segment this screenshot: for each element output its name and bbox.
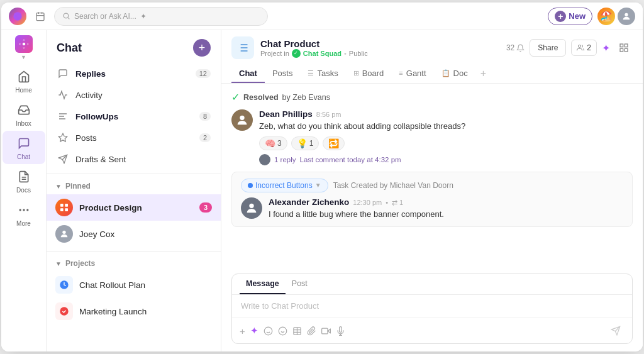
toolbar-plus[interactable]: + (240, 326, 245, 336)
new-plus-icon: + (555, 11, 566, 22)
add-tab-button[interactable]: + (475, 64, 491, 83)
msg-tab-post[interactable]: Post (286, 274, 314, 294)
toolbar-emoji-2[interactable] (278, 326, 287, 336)
msg-tab-message[interactable]: Message (240, 274, 286, 294)
app-window: Search or Ask AI... ✦ + New 🏖️ (1, 3, 643, 351)
star-button[interactable]: ✦ (602, 42, 610, 54)
sidebar-channel-joey-cox[interactable]: Joey Cox (47, 221, 221, 247)
tab-posts-label: Posts (272, 69, 293, 78)
message-2-time: 12:30 pm (353, 199, 382, 206)
projects-label: Projects (65, 259, 95, 268)
svg-rect-20 (60, 204, 64, 207)
followups-label: FollowUps (75, 112, 193, 121)
nav-item-chat[interactable]: Chat (3, 131, 45, 164)
message-2-author: Alexander Zichenko (269, 197, 349, 207)
layout-icon[interactable] (615, 39, 633, 57)
app-logo[interactable] (9, 8, 26, 25)
user-avatar[interactable]: 🏖️ (597, 8, 615, 25)
sidebar-channel-product-design[interactable]: Product Design 3 (47, 194, 221, 221)
send-button[interactable] (607, 322, 625, 340)
toolbar-emoji-1[interactable] (264, 326, 273, 336)
sidebar-add-button[interactable]: + (193, 39, 211, 57)
posts-badge: 2 (199, 133, 211, 142)
replies-label: Replies (75, 69, 189, 79)
tab-gantt[interactable]: ≡ Gantt (391, 65, 433, 83)
sidebar-item-posts[interactable]: Posts 2 (47, 127, 221, 148)
sidebar-item-activity[interactable]: Activity (47, 84, 221, 106)
tab-doc-label: Doc (453, 69, 468, 78)
toolbar-video[interactable] (321, 326, 331, 336)
inbox-icon (15, 101, 33, 119)
message-1-reply[interactable]: 1 reply Last comment today at 4:32 pm (259, 154, 465, 165)
message-2-text: I found a little bug where the banner co… (269, 208, 444, 221)
reply-hint-text: Last comment today at 4:32 pm (300, 156, 401, 163)
toolbar-attach[interactable] (307, 326, 316, 336)
tab-posts[interactable]: Posts (265, 65, 301, 83)
tab-chat[interactable]: Chat (231, 65, 265, 83)
sidebar-item-replies[interactable]: Replies 12 (47, 63, 221, 84)
tab-board[interactable]: ⊞ Board (346, 65, 392, 83)
chat-area: ✓ Resolved by Zeb Evans Dean Phillips 8:… (221, 84, 643, 274)
workspace-logo-area[interactable]: ▼ (10, 34, 38, 62)
message-2-content: Alexander Zichenko 12:30 pm • ⇄ 1 I foun… (269, 197, 444, 221)
calendar-icon[interactable] (31, 8, 49, 25)
reaction-bulb[interactable]: 💡 1 (291, 136, 319, 150)
share-button[interactable]: Share (530, 39, 566, 57)
toolbar-ai-star[interactable]: ✦ (250, 325, 258, 336)
svg-point-26 (60, 307, 68, 315)
gantt-icon: ≡ (399, 69, 402, 77)
alex-avatar (241, 197, 262, 219)
new-label: New (569, 11, 586, 21)
toolbar-mic[interactable] (336, 326, 345, 336)
joey-cox-name: Joey Cox (79, 230, 212, 239)
toolbar-table[interactable] (292, 326, 302, 336)
reaction-brain[interactable]: 🧠 3 (259, 136, 287, 150)
sidebar-item-followups[interactable]: FollowUps 8 (47, 106, 221, 127)
task-created-text: Task Created by Michael Van Doorn (333, 181, 453, 190)
sidebar-project-marketing[interactable]: Marketing Launch (47, 298, 221, 324)
message-input-field[interactable]: Write to Chat Product (232, 295, 632, 318)
nav-item-inbox[interactable]: Inbox (3, 97, 45, 131)
sidebar-title: Chat (57, 41, 82, 55)
nav-item-home[interactable]: Home (3, 64, 45, 97)
projects-chevron-icon: ▼ (55, 260, 62, 267)
message-1-author: Dean Phillips (259, 109, 313, 119)
inbox-label: Inbox (16, 120, 31, 127)
sidebar-divider-1 (47, 174, 221, 174)
search-bar[interactable]: Search or Ask AI... ✦ (54, 7, 268, 26)
task-card: Incorrect Buttons ▼ Task Created by Mich… (231, 172, 633, 228)
reaction-refresh[interactable]: 🔁 (323, 136, 345, 150)
activity-label: Activity (75, 91, 211, 100)
collab-count[interactable]: 2 (571, 40, 597, 56)
user-profile[interactable] (618, 8, 635, 25)
home-label: Home (15, 87, 32, 94)
pinned-section-header[interactable]: ▼ Pinned (47, 178, 221, 194)
marketing-name: Marketing Launch (79, 307, 212, 316)
brain-count: 3 (277, 139, 282, 148)
pinned-label: Pinned (65, 182, 91, 191)
nav-item-docs[interactable]: Docs (3, 164, 45, 197)
task-tag[interactable]: Incorrect Buttons ▼ (241, 179, 328, 192)
svg-rect-34 (620, 44, 623, 47)
more-icon (15, 201, 33, 219)
projects-section-header[interactable]: ▼ Projects (47, 255, 221, 272)
marketing-icon (55, 302, 73, 320)
message-1-header: Dean Phillips 8:56 pm (259, 109, 465, 119)
product-design-badge: 3 (199, 202, 212, 213)
project-visibility: Public (349, 50, 368, 57)
content-header-top: Chat Product Project in ✓ Chat Squad • P… (231, 36, 633, 59)
tab-doc[interactable]: 📋 Doc (434, 65, 475, 83)
sidebar-item-drafts[interactable]: Drafts & Sent (47, 148, 221, 170)
tab-gantt-label: Gantt (406, 69, 426, 78)
followups-icon (57, 110, 69, 123)
new-button[interactable]: + New (548, 8, 592, 25)
activity-icon (57, 89, 69, 101)
project-info: Chat Product Project in ✓ Chat Squad • P… (231, 36, 368, 59)
drafts-label: Drafts & Sent (75, 155, 211, 164)
tasks-icon: ☰ (308, 69, 314, 77)
message-input-tabs: Message Post (232, 274, 632, 295)
tab-tasks[interactable]: ☰ Tasks (300, 65, 345, 83)
svg-point-0 (13, 12, 21, 20)
sidebar-project-chat-rollout[interactable]: Chat Rollout Plan (47, 272, 221, 298)
nav-item-more[interactable]: More (3, 197, 45, 231)
